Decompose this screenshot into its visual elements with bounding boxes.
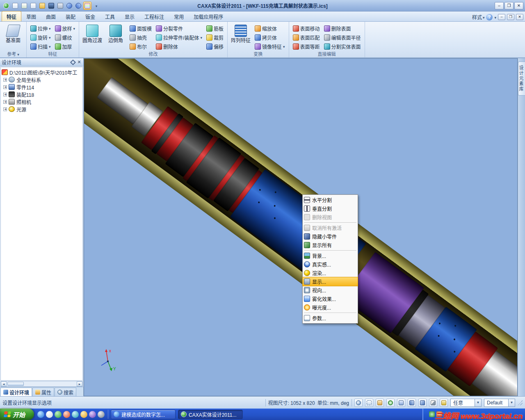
close-button[interactable] xyxy=(514,2,523,9)
tab-addins[interactable]: 加载应用程序 xyxy=(189,11,228,21)
config-combobox[interactable]: Default xyxy=(484,399,515,407)
expand-icon[interactable] xyxy=(3,107,7,111)
save-button[interactable] xyxy=(47,2,55,10)
expand-icon[interactable] xyxy=(3,100,7,104)
scale-body-button[interactable]: 缩放体 xyxy=(253,24,287,33)
offset-surface-button[interactable]: 表面等距 xyxy=(291,42,322,51)
document-restore-button[interactable] xyxy=(507,14,514,20)
display-mode-button[interactable] xyxy=(429,399,437,407)
expand-icon[interactable] xyxy=(3,78,7,82)
tab-feature[interactable]: 特征 xyxy=(2,11,21,21)
match-surface-button[interactable]: 表面匹配 xyxy=(291,33,322,42)
pan-button[interactable] xyxy=(376,399,384,407)
expand-icon[interactable] xyxy=(3,93,7,96)
panel-tab-search[interactable]: 搜索 xyxy=(55,388,76,396)
quick-launch-icon[interactable] xyxy=(55,411,62,418)
tray-icon[interactable] xyxy=(429,411,435,417)
minimize-button[interactable] xyxy=(495,2,504,9)
edit-surface-radius-button[interactable]: 编辑表面半径 xyxy=(322,33,363,42)
document-minimize-button[interactable] xyxy=(498,14,505,20)
menu-item-exposure[interactable]: 曝光度... xyxy=(303,303,358,312)
3d-viewport[interactable]: x Y 水平分割 垂直分割 删除视图 取消所有激活 隐藏小零件 xyxy=(84,58,518,396)
mirror-feature-button[interactable]: 镜像特征 xyxy=(253,42,287,51)
chamfer-button[interactable]: 边倒角 xyxy=(105,23,127,45)
datum-plane-button[interactable]: 基准面 xyxy=(2,23,24,45)
document-close-button[interactable] xyxy=(516,14,523,20)
horizontal-scrollbar[interactable]: ◄ ► xyxy=(0,381,83,387)
loft-button[interactable]: 放样 xyxy=(53,24,77,33)
new-file-button[interactable] xyxy=(11,2,19,10)
previous-view-button[interactable] xyxy=(408,399,416,407)
quick-launch-icon[interactable] xyxy=(63,411,70,418)
quick-launch-icon[interactable] xyxy=(80,411,87,418)
quick-access-more-button[interactable] xyxy=(92,2,100,10)
undo-button[interactable] xyxy=(65,2,73,10)
view-options-button[interactable] xyxy=(440,399,448,407)
tree-item-assembly118[interactable]: 装配118 xyxy=(2,91,82,98)
quick-launch-icon[interactable] xyxy=(37,411,44,418)
thread-button[interactable]: 螺纹 xyxy=(53,33,77,42)
menu-item-show-all[interactable]: 显示所有 xyxy=(303,241,358,249)
delete-surface-button[interactable]: 删除表面 xyxy=(322,24,363,33)
pattern-feature-button[interactable]: 阵列特征 xyxy=(230,23,252,45)
close-panel-icon[interactable] xyxy=(77,60,82,65)
tree-item-light[interactable]: 光源 xyxy=(2,105,82,113)
tab-surface[interactable]: 曲面 xyxy=(41,11,61,21)
tab-display[interactable]: 显示 xyxy=(120,11,139,21)
menu-item-vertical-split[interactable]: 垂直分割 xyxy=(303,204,358,213)
style-dropdown[interactable]: 样式 xyxy=(472,14,485,21)
draft-button[interactable]: 面拔模 xyxy=(128,24,153,33)
scroll-right-icon[interactable]: ► xyxy=(77,381,82,386)
tool-assembly-model[interactable] xyxy=(84,58,518,396)
panel-tab-design-env[interactable]: 设计环境 xyxy=(0,388,32,396)
print-button[interactable] xyxy=(56,2,64,10)
help-button[interactable]: ? xyxy=(486,14,493,21)
task-button-caxa[interactable]: CAXA实体设计2011... xyxy=(178,410,243,419)
maximize-button[interactable] xyxy=(504,2,514,9)
offset-button[interactable]: 偏移 xyxy=(205,42,225,51)
open-template-button[interactable] xyxy=(20,2,28,10)
fillet-button[interactable]: 圆角过渡 xyxy=(81,23,103,45)
expand-icon[interactable] xyxy=(3,85,7,89)
tree-item-root[interactable]: D:\2011\图纸\杂\天华\2010年工 xyxy=(2,68,82,76)
menu-item-realism[interactable]: 真实感... xyxy=(303,260,358,269)
tab-tools[interactable]: 工具 xyxy=(100,11,120,21)
extrude-button[interactable]: 拉伸 xyxy=(29,24,52,33)
scrollbar-thumb[interactable] xyxy=(7,382,24,386)
zoom-all-button[interactable] xyxy=(397,399,405,407)
menu-item-parameters[interactable]: 参数... xyxy=(303,314,358,322)
rib-button[interactable]: 筋板 xyxy=(205,24,225,33)
thicken-button[interactable]: 加厚 xyxy=(53,42,77,51)
tab-sheetmetal[interactable]: 钣金 xyxy=(80,11,100,21)
tree-item-part114[interactable]: 零件114 xyxy=(2,83,82,91)
start-button[interactable]: 开始 xyxy=(0,409,34,420)
panel-tab-properties[interactable]: 属性 xyxy=(32,388,54,396)
quick-launch-icon[interactable] xyxy=(46,411,53,418)
copy-body-button[interactable]: 拷贝体 xyxy=(253,33,287,42)
design-element-library-tab[interactable]: 设计元素库 xyxy=(518,62,525,96)
rotate-view-button[interactable] xyxy=(386,399,395,407)
quick-launch-icon[interactable] xyxy=(72,411,79,418)
scroll-left-icon[interactable]: ◄ xyxy=(1,381,7,386)
menu-item-display[interactable]: 显示... xyxy=(303,277,358,286)
move-surface-button[interactable]: 表面移动 xyxy=(291,24,322,33)
split-part-button[interactable]: 分裂零件 xyxy=(154,24,204,33)
tree-item-coordinates[interactable]: 全局坐标系 xyxy=(2,76,82,83)
tab-assembly[interactable]: 装配 xyxy=(61,11,80,21)
boolean-button[interactable]: 布尔 xyxy=(128,42,153,51)
tree-item-camera[interactable]: 照相机 xyxy=(2,98,82,105)
revolve-button[interactable]: 旋转 xyxy=(29,33,52,42)
redo-button[interactable] xyxy=(74,2,82,10)
menu-item-background[interactable]: 背景... xyxy=(303,251,358,260)
pin-icon[interactable] xyxy=(70,59,76,65)
import-button[interactable] xyxy=(29,2,37,10)
stretch-part-button[interactable]: 拉伸零件/装配体 xyxy=(154,33,204,42)
menu-item-horizontal-split[interactable]: 水平分割 xyxy=(303,196,358,204)
next-view-button[interactable] xyxy=(418,399,427,407)
trim-button[interactable]: 裁剪 xyxy=(205,33,225,42)
delete-body-button[interactable]: 删除体 xyxy=(154,42,204,51)
tab-common[interactable]: 常用 xyxy=(169,11,189,21)
open-folder-button[interactable] xyxy=(38,2,46,10)
zoom-window-button[interactable] xyxy=(365,399,373,407)
task-button-browser[interactable]: 建模造成的数字怎... xyxy=(111,410,176,419)
